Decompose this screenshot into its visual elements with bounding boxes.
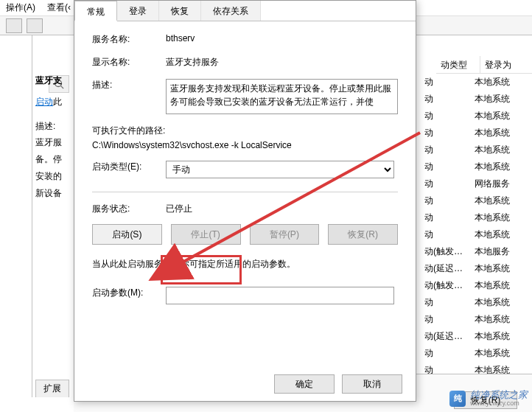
value-service-status: 已停止 bbox=[166, 203, 398, 215]
cell-logon-as: 本地系统 bbox=[472, 161, 523, 173]
cell-logon-as: 本地系统 bbox=[472, 110, 523, 122]
detail-start-link[interactable]: 启动 bbox=[35, 97, 53, 107]
watermark-logo-icon: 纯 bbox=[449, 391, 466, 407]
service-list-row[interactable]: 动网络服务 bbox=[421, 175, 532, 192]
cell-logon-as: 本地系统 bbox=[472, 313, 523, 326]
start-params-input[interactable] bbox=[166, 287, 394, 304]
startup-params-note: 当从此处启动服务时，你可指定所适用的启动参数。 bbox=[92, 258, 398, 270]
cell-logon-as: 本地系统 bbox=[472, 347, 523, 360]
detail-service-title: 蓝牙支 bbox=[35, 72, 66, 89]
cell-startup-type: 动 bbox=[421, 212, 472, 224]
cell-startup-type: 动 bbox=[421, 296, 472, 309]
service-list-row[interactable]: 动本地系统 bbox=[421, 345, 532, 362]
value-display-name: 蓝牙支持服务 bbox=[166, 56, 398, 69]
tree-pane bbox=[0, 35, 32, 397]
toolbar-button[interactable] bbox=[27, 18, 43, 33]
pause-button: 暂停(P) bbox=[250, 224, 320, 245]
col-logon-as[interactable]: 登录为 bbox=[480, 56, 532, 73]
cell-logon-as: 本地系统 bbox=[472, 76, 523, 88]
cell-logon-as: 本地系统 bbox=[472, 279, 523, 292]
cell-startup-type: 动 bbox=[421, 93, 472, 105]
service-list-row[interactable]: 动(触发…本地服务 bbox=[421, 243, 532, 260]
cell-startup-type: 动 bbox=[421, 127, 472, 139]
service-properties-dialog: 常规 登录 恢复 依存关系 服务名称: bthserv 显示名称: 蓝牙支持服务… bbox=[74, 0, 416, 402]
service-list-row[interactable]: 动(延迟…本地系统 bbox=[421, 328, 532, 345]
cell-logon-as: 本地系统 bbox=[472, 212, 523, 224]
start-button[interactable]: 启动(S) bbox=[92, 224, 162, 245]
service-list-row[interactable]: 动(触发…本地系统 bbox=[421, 277, 532, 294]
label-exe-path: 可执行文件的路径: bbox=[92, 125, 398, 137]
toolbar-button[interactable] bbox=[6, 18, 22, 33]
tab-strip: 常规 登录 恢复 依存关系 bbox=[74, 1, 416, 21]
detail-desc-line: 安装的 bbox=[35, 168, 66, 185]
cancel-button[interactable]: 取消 bbox=[342, 374, 402, 394]
cell-startup-type: 动 bbox=[421, 110, 472, 122]
ok-button[interactable]: 确定 bbox=[274, 374, 335, 394]
label-service-status: 服务状态: bbox=[92, 203, 166, 215]
cell-logon-as: 本地系统 bbox=[472, 296, 523, 309]
cell-startup-type: 动(延迟… bbox=[421, 262, 472, 275]
cell-logon-as: 本地系统 bbox=[472, 127, 523, 139]
service-list-row[interactable]: 动本地系统 bbox=[421, 192, 532, 209]
cell-startup-type: 动(触发… bbox=[421, 279, 472, 292]
watermark: 纯 纯净系统之家 www.ycwjzy.com bbox=[449, 390, 528, 408]
resume-button: 恢复(R) bbox=[328, 224, 398, 245]
cell-startup-type: 动(触发… bbox=[421, 245, 472, 258]
cell-startup-type: 动(延迟… bbox=[421, 330, 472, 343]
cell-startup-type: 动 bbox=[421, 178, 472, 190]
label-start-params: 启动参数(M): bbox=[92, 287, 166, 299]
menu-action[interactable]: 操作(A) bbox=[6, 1, 35, 14]
service-detail-pane: 蓝牙支 启动此 描述: 蓝牙服 备。停 安装的 新设备 bbox=[32, 35, 69, 397]
cell-startup-type: 动 bbox=[421, 347, 472, 360]
label-description: 描述: bbox=[92, 79, 166, 91]
service-list-row[interactable]: 动本地系统 bbox=[421, 209, 532, 226]
cell-logon-as: 本地系统 bbox=[472, 93, 523, 105]
tab-extended[interactable]: 扩展 bbox=[35, 380, 69, 397]
tab-logon[interactable]: 登录 bbox=[117, 1, 159, 21]
value-exe-path: C:\Windows\system32\svchost.exe -k Local… bbox=[92, 140, 398, 150]
service-list-row[interactable]: 动本地系统 bbox=[421, 91, 532, 108]
col-startup-type[interactable]: 动类型 bbox=[436, 56, 480, 73]
cell-logon-as: 本地服务 bbox=[472, 245, 523, 258]
cell-startup-type: 动 bbox=[421, 195, 472, 207]
service-list-row[interactable]: 动本地系统 bbox=[421, 108, 532, 125]
description-textbox[interactable]: 蓝牙服务支持发现和关联远程蓝牙设备。停止或禁用此服务可能会导致已安装的蓝牙设备无… bbox=[166, 79, 398, 114]
list-header: 动类型 登录为 bbox=[436, 56, 532, 74]
service-list-row[interactable]: 动本地系统 bbox=[421, 311, 532, 328]
tab-general[interactable]: 常规 bbox=[74, 1, 117, 21]
cell-startup-type: 动 bbox=[421, 144, 472, 156]
stop-button: 停止(T) bbox=[171, 224, 241, 245]
cell-logon-as: 本地系统 bbox=[472, 195, 523, 207]
cell-startup-type: 动 bbox=[421, 76, 472, 88]
tab-recovery[interactable]: 恢复 bbox=[159, 1, 201, 21]
cell-startup-type: 动 bbox=[421, 161, 472, 173]
tab-dependencies[interactable]: 依存关系 bbox=[201, 1, 261, 21]
cell-startup-type: 动 bbox=[421, 313, 472, 326]
cell-startup-type: 动 bbox=[421, 228, 472, 241]
watermark-url: www.ycwjzy.com bbox=[470, 400, 528, 408]
detail-desc-label: 描述: bbox=[35, 118, 66, 135]
cell-logon-as: 本地系统 bbox=[472, 262, 523, 275]
cell-logon-as: 本地系统 bbox=[472, 144, 523, 156]
service-list-row[interactable]: 动本地系统 bbox=[421, 74, 532, 91]
service-list-row[interactable]: 动本地系统 bbox=[421, 294, 532, 311]
service-list-row[interactable]: 动(延迟…本地系统 bbox=[421, 260, 532, 277]
cell-logon-as: 网络服务 bbox=[472, 178, 523, 190]
service-list-row[interactable]: 动本地系统 bbox=[421, 142, 532, 158]
detail-desc-line: 新设备 bbox=[35, 185, 66, 202]
menu-view[interactable]: 查看(‹ bbox=[47, 1, 71, 14]
value-service-name: bthserv bbox=[166, 33, 398, 43]
detail-desc-line: 备。停 bbox=[35, 151, 66, 168]
watermark-title: 纯净系统之家 bbox=[470, 390, 528, 400]
cell-logon-as: 本地系统 bbox=[472, 228, 523, 241]
label-startup-type: 启动类型(E): bbox=[92, 161, 166, 173]
service-list-row[interactable]: 动本地系统 bbox=[421, 158, 532, 175]
service-list-row[interactable]: 动本地系统 bbox=[421, 125, 532, 142]
label-display-name: 显示名称: bbox=[92, 56, 166, 69]
service-list-row[interactable]: 动本地系统 bbox=[421, 226, 532, 243]
label-service-name: 服务名称: bbox=[92, 33, 166, 46]
startup-type-select[interactable]: 手动 bbox=[166, 161, 394, 178]
detail-desc-line: 蓝牙服 bbox=[35, 134, 66, 151]
cell-logon-as: 本地系统 bbox=[472, 330, 523, 343]
